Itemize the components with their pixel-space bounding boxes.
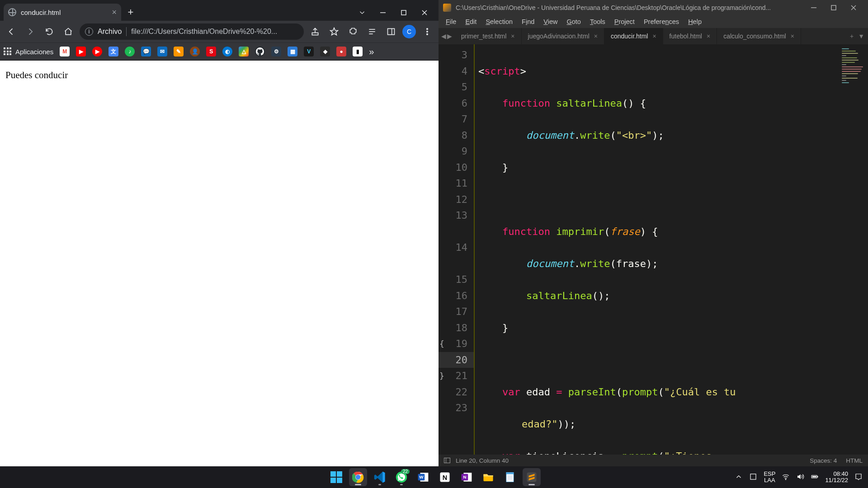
menu-help[interactable]: Help [684, 17, 705, 27]
menu-selection[interactable]: Selection [482, 17, 516, 27]
new-tab-icon[interactable]: + [850, 33, 854, 40]
home-button[interactable] [61, 24, 76, 39]
bookmark-icon-9[interactable]: 👤 [190, 47, 200, 56]
panel-switch-icon[interactable] [444, 458, 450, 463]
volume-icon[interactable] [796, 473, 804, 482]
tray-app-icon[interactable] [749, 473, 757, 482]
bookmarks-overflow[interactable]: » [369, 47, 374, 57]
tab-forward-icon[interactable]: ▶ [447, 33, 452, 40]
minimize-button[interactable] [373, 5, 393, 21]
taskbar-whatsapp[interactable]: 22 [392, 468, 410, 486]
bookmark-icon-15[interactable]: ▦ [288, 47, 297, 56]
close-icon[interactable]: × [791, 33, 794, 40]
share-button[interactable] [307, 24, 323, 39]
file-tab[interactable]: futebol.html× [663, 28, 717, 44]
apps-shortcut[interactable]: Aplicaciones [4, 47, 53, 56]
side-panel-button[interactable] [383, 24, 399, 39]
translate-bookmark-icon[interactable]: 文 [108, 47, 118, 56]
chrome-tab[interactable]: conducir.html × [4, 4, 121, 21]
bookmark-icon-10[interactable]: S [206, 47, 216, 56]
back-button[interactable] [4, 24, 19, 39]
spotify-bookmark-icon[interactable]: ♪ [125, 47, 135, 56]
file-tab[interactable]: juegoAdivinacion.html× [522, 28, 604, 44]
bookmark-icon-19[interactable]: ▮ [353, 47, 363, 56]
globe-icon [8, 8, 16, 16]
menu-view[interactable]: View [540, 17, 561, 27]
file-tab[interactable]: primer_test.html× [455, 28, 522, 44]
minimize-button[interactable] [804, 1, 824, 14]
taskbar-vscode[interactable] [371, 468, 389, 486]
address-bar[interactable]: i Archivo file:///C:/Users/Cristhian/One… [80, 23, 304, 40]
page-content: Puedes conducir [0, 61, 439, 466]
status-indent[interactable]: Spaces: 4 [810, 457, 837, 464]
maximize-button[interactable] [393, 5, 414, 21]
menu-goto[interactable]: Goto [563, 17, 584, 27]
maximize-button[interactable] [824, 1, 844, 14]
menu-edit[interactable]: Edit [462, 17, 480, 27]
notifications-icon[interactable] [854, 473, 863, 482]
tab-dropdown-icon[interactable]: ▼ [858, 33, 864, 40]
url-scheme-label: Archivo [98, 28, 122, 36]
svg-rect-39 [812, 476, 816, 477]
extensions-button[interactable] [345, 24, 361, 39]
wifi-icon[interactable] [782, 473, 790, 482]
close-icon[interactable]: × [511, 33, 514, 40]
menu-project[interactable]: Project [611, 17, 638, 27]
vite-bookmark-icon[interactable]: V [304, 47, 314, 56]
menu-preferences[interactable]: Preferences [640, 17, 683, 27]
taskbar-sublime[interactable] [523, 468, 541, 486]
start-button[interactable] [327, 468, 345, 486]
menu-file[interactable]: File [442, 17, 460, 27]
status-syntax[interactable]: HTML [846, 457, 863, 464]
bookmark-icon-17[interactable]: ◆ [320, 47, 330, 56]
bookmark-icon-18[interactable]: ● [336, 47, 346, 56]
youtube-bookmark-icon[interactable]: ▶ [76, 47, 86, 56]
forward-button[interactable] [23, 24, 38, 39]
clock[interactable]: 08:40 11/12/22 [825, 471, 848, 483]
close-icon[interactable]: × [594, 33, 598, 40]
tab-search-button[interactable] [352, 5, 373, 21]
reload-button[interactable] [42, 24, 57, 39]
drive-bookmark-icon[interactable]: △ [239, 47, 249, 56]
reading-list-button[interactable] [364, 24, 380, 39]
yammer-bookmark-icon[interactable]: 💬 [141, 47, 151, 56]
language-indicator[interactable]: ESP LAA [764, 471, 775, 483]
taskbar-onenote[interactable]: N [458, 468, 476, 486]
chrome-menu-button[interactable] [420, 24, 435, 39]
taskbar-notepad[interactable] [501, 468, 519, 486]
profile-avatar[interactable]: C [402, 25, 416, 38]
github-bookmark-icon[interactable] [255, 47, 265, 56]
bookmark-icon-11[interactable]: ◐ [222, 47, 232, 56]
ytmusic-bookmark-icon[interactable]: ▶ [92, 47, 102, 56]
close-button[interactable] [844, 1, 863, 14]
tray-overflow-icon[interactable] [735, 473, 743, 482]
outlook-bookmark-icon[interactable]: ✉ [157, 47, 167, 56]
site-info-icon[interactable]: i [85, 28, 93, 36]
taskbar-notion[interactable]: N [436, 468, 454, 486]
new-tab-button[interactable]: + [124, 5, 137, 19]
menu-tools[interactable]: Tools [586, 17, 609, 27]
file-tab[interactable]: conducir.html× [604, 28, 663, 44]
tab-back-icon[interactable]: ◀ [441, 33, 446, 40]
svg-rect-4 [312, 33, 318, 35]
code-editor[interactable]: <script> function saltarLinea() { docume… [474, 44, 868, 455]
taskbar-word[interactable]: W [414, 468, 432, 486]
svg-rect-9 [388, 28, 395, 34]
close-icon[interactable]: × [707, 33, 710, 40]
svg-text:N: N [463, 474, 466, 479]
file-tab[interactable]: calculo_consumo.html× [717, 28, 801, 44]
battery-icon[interactable] [811, 473, 819, 482]
gmail-bookmark-icon[interactable]: M [60, 47, 70, 56]
close-button[interactable] [414, 5, 435, 21]
close-icon[interactable]: × [112, 8, 117, 17]
taskbar-explorer[interactable] [479, 468, 497, 486]
menu-find[interactable]: Find [518, 17, 538, 27]
chrome-window-controls [352, 5, 435, 21]
bookmark-star-button[interactable] [326, 24, 342, 39]
bookmark-icon-14[interactable]: ⚙ [271, 47, 281, 56]
status-cursor[interactable]: Line 20, Column 40 [456, 457, 509, 464]
bookmark-icon-8[interactable]: ✎ [174, 47, 184, 56]
taskbar-chrome[interactable] [349, 468, 367, 486]
apps-label: Aplicaciones [15, 48, 53, 56]
close-icon[interactable]: × [652, 33, 656, 40]
